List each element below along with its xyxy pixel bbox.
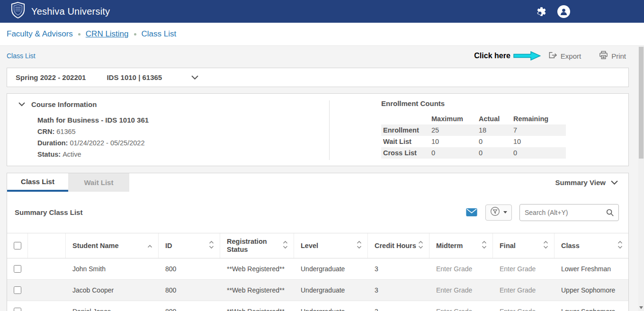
course-label: IDS 1010 | 61365 bbox=[107, 73, 162, 81]
scrollbar-thumb[interactable] bbox=[639, 47, 644, 159]
column-header-class[interactable]: Class bbox=[555, 233, 628, 258]
export-button[interactable]: Export bbox=[548, 51, 581, 61]
student-name: Daniel Jones bbox=[66, 301, 159, 311]
breadcrumb: Faculty & Advisors CRN Listing Class Lis… bbox=[0, 23, 644, 46]
enrollment-row: Enrollment 25 18 7 bbox=[381, 124, 566, 136]
cross-list-row: Cross List 0 0 0 bbox=[381, 147, 566, 159]
course-crn: CRN:61365 bbox=[37, 126, 149, 137]
brand: Yeshiva University bbox=[10, 2, 110, 21]
printer-icon bbox=[599, 51, 608, 61]
course-duration: Duration:01/24/2022 - 05/25/2022 bbox=[37, 137, 149, 149]
term-selector[interactable]: Spring 2022 - 202201 IDS 1010 | 61365 bbox=[7, 68, 629, 87]
table-row: Daniel Jones 800 **Web Registered** Unde… bbox=[7, 301, 628, 311]
course-information-header: Course Information bbox=[18, 100, 97, 108]
sort-icon bbox=[357, 240, 362, 251]
column-header-student-name[interactable]: Student Name bbox=[66, 233, 159, 258]
sort-icon bbox=[418, 240, 423, 251]
course-information-title: Course Information bbox=[31, 100, 97, 108]
final-enter-grade[interactable]: Enter Grade bbox=[493, 258, 555, 279]
midterm-enter-grade[interactable]: Enter Grade bbox=[429, 301, 493, 311]
midterm-enter-grade[interactable]: Enter Grade bbox=[429, 280, 493, 301]
summary-class-list-title: Summary Class List bbox=[15, 208, 82, 216]
credit-hours: 3 bbox=[368, 280, 429, 301]
class-standing: Upper Sophomore bbox=[555, 280, 628, 301]
student-name: John Smith bbox=[66, 258, 159, 279]
scrollbar-down-arrow-icon[interactable] bbox=[639, 306, 643, 309]
page-header-actions: Click here Export Print bbox=[474, 51, 626, 61]
midterm-enter-grade[interactable]: Enter Grade bbox=[429, 258, 493, 279]
vertical-scrollbar[interactable] bbox=[638, 46, 644, 311]
column-header-midterm[interactable]: Midterm bbox=[429, 233, 493, 258]
student-id: 800 bbox=[159, 258, 220, 279]
class-standing: Lower Freshman bbox=[555, 258, 628, 279]
wait-list-row: Wait List 10 0 10 bbox=[381, 136, 566, 147]
print-button[interactable]: Print bbox=[599, 51, 626, 61]
column-header-level[interactable]: Level bbox=[294, 233, 368, 258]
breadcrumb-class-list[interactable]: Class List bbox=[142, 29, 177, 39]
sort-icon bbox=[482, 240, 487, 251]
column-header-id[interactable]: ID bbox=[159, 233, 220, 258]
table-header: Student Name ID Registration Status Leve… bbox=[7, 233, 628, 258]
export-label: Export bbox=[561, 52, 581, 60]
term-label: Spring 2022 - 202201 bbox=[16, 73, 86, 81]
breadcrumb-crn-listing[interactable]: CRN Listing bbox=[86, 29, 129, 39]
user-avatar-icon[interactable] bbox=[557, 5, 570, 18]
select-all-checkbox[interactable] bbox=[14, 242, 21, 249]
enrollment-col-maximum: Maximum bbox=[429, 113, 477, 124]
registration-status: **Web Registered** bbox=[220, 258, 294, 279]
page-title: Class List bbox=[7, 52, 36, 60]
final-enter-grade[interactable]: Enter Grade bbox=[493, 301, 555, 311]
row-checkbox[interactable] bbox=[14, 308, 21, 311]
list-tools bbox=[465, 204, 619, 221]
tab-wait-list[interactable]: Wait List bbox=[68, 173, 129, 192]
column-header-registration-status[interactable]: Registration Status bbox=[220, 233, 294, 258]
search-box bbox=[519, 204, 619, 221]
enrollment-col-remaining: Remaining bbox=[511, 113, 566, 124]
summary-view-selector[interactable]: Summary View bbox=[555, 173, 628, 192]
brand-name: Yeshiva University bbox=[31, 6, 110, 17]
chevron-down-icon bbox=[611, 178, 618, 187]
registration-status: **Web Registered** bbox=[220, 301, 294, 311]
chevron-down-icon bbox=[503, 211, 507, 213]
final-enter-grade[interactable]: Enter Grade bbox=[493, 280, 555, 301]
enrollment-col-actual: Actual bbox=[477, 113, 511, 124]
filter-button[interactable] bbox=[485, 204, 512, 221]
table-row: Jacob Cooper 800 **Web Registered** Unde… bbox=[7, 280, 628, 301]
collapse-chevron-down-icon[interactable] bbox=[18, 102, 25, 107]
row-checkbox[interactable] bbox=[14, 286, 21, 294]
tab-class-list[interactable]: Class List bbox=[7, 173, 68, 192]
university-logo-icon bbox=[10, 2, 26, 21]
class-standing: Lower Sophomore bbox=[555, 301, 628, 311]
screen: Yeshiva University Faculty & Advisors CR… bbox=[0, 0, 644, 311]
list-toolbar: Summary Class List bbox=[7, 192, 628, 233]
sort-icon bbox=[283, 240, 288, 251]
click-here-annotation: Click here bbox=[474, 52, 510, 60]
student-name: Jacob Cooper bbox=[66, 280, 159, 301]
vertical-divider bbox=[329, 100, 330, 160]
search-icon[interactable] bbox=[606, 208, 614, 217]
enrollment-header-row: Maximum Actual Remaining bbox=[381, 113, 566, 124]
enrollment-counts-title: Enrollment Counts bbox=[381, 99, 566, 107]
select-all-checkbox-cell bbox=[7, 233, 28, 258]
email-envelope-icon[interactable] bbox=[465, 208, 478, 217]
sort-icon bbox=[543, 240, 548, 251]
blank-column-header bbox=[28, 233, 66, 258]
page-header: Class List Click here Export Print bbox=[0, 46, 638, 66]
sort-icon bbox=[617, 240, 623, 251]
credit-hours: 3 bbox=[368, 258, 429, 279]
breadcrumb-faculty-advisors[interactable]: Faculty & Advisors bbox=[7, 29, 73, 39]
table-row: John Smith 800 **Web Registered** Underg… bbox=[7, 258, 628, 280]
column-header-credit-hours[interactable]: Credit Hours bbox=[368, 233, 429, 258]
sort-icon bbox=[209, 240, 214, 251]
export-icon bbox=[548, 51, 557, 61]
course-details: Math for Business - IDS 1010 361 CRN:613… bbox=[37, 115, 149, 160]
column-header-final[interactable]: Final bbox=[493, 233, 555, 258]
registration-status: **Web Registered** bbox=[220, 280, 294, 301]
print-label: Print bbox=[611, 52, 626, 60]
breadcrumb-separator-icon bbox=[78, 33, 80, 36]
annotation-arrow-icon bbox=[513, 51, 541, 61]
class-list-panel: Class List Wait List Summary View Summar… bbox=[7, 173, 629, 311]
row-checkbox[interactable] bbox=[14, 265, 21, 273]
course-status: Status:Active bbox=[37, 149, 149, 160]
settings-gear-icon[interactable] bbox=[536, 6, 547, 17]
